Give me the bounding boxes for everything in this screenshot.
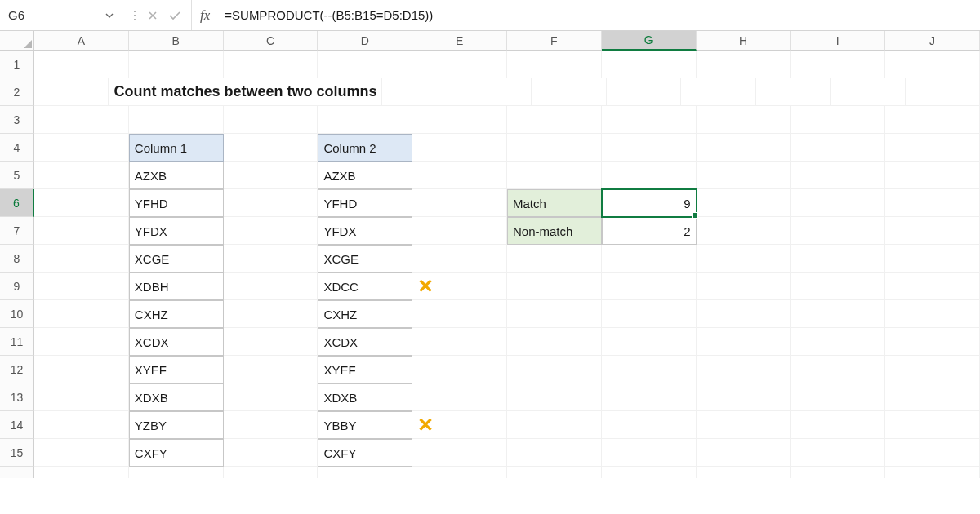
cell[interactable] [34,106,129,134]
cell[interactable] [885,51,980,78]
cell[interactable] [507,411,602,439]
cell[interactable] [791,245,885,273]
spreadsheet-grid[interactable]: A B C D E F G H I J 1 2 Count matches be… [0,31,980,478]
col-header-J[interactable]: J [885,31,980,51]
cell[interactable] [602,439,697,467]
table-cell[interactable]: YZBY [129,411,224,439]
cell[interactable] [885,328,980,356]
cell[interactable] [34,245,129,273]
cell[interactable] [318,51,412,78]
cell[interactable] [791,300,885,328]
cell[interactable] [885,162,980,189]
cell[interactable] [681,78,755,106]
table-cell[interactable]: XCGE [129,245,224,273]
cell[interactable] [791,356,885,383]
cell[interactable] [412,217,507,245]
cell[interactable] [129,106,224,134]
cell[interactable] [412,328,507,356]
cell[interactable] [697,245,791,273]
table-cell[interactable]: XCDX [318,328,412,356]
cell[interactable] [34,51,129,78]
cell[interactable] [602,467,697,478]
cell[interactable] [224,162,318,189]
table-cell[interactable]: YFHD [129,189,224,217]
confirm-icon[interactable] [168,10,181,21]
cell[interactable] [34,328,129,356]
cell[interactable] [224,106,318,134]
cell[interactable] [602,106,697,134]
table-cell[interactable]: AZXB [318,162,412,189]
cell[interactable] [34,217,129,245]
cell[interactable] [697,383,791,411]
cell[interactable] [457,78,532,106]
cell[interactable] [602,245,697,273]
cell[interactable] [34,78,109,106]
cell[interactable] [885,439,980,467]
col-header-B[interactable]: B [129,31,224,51]
cell[interactable] [224,411,318,439]
row-header[interactable]: 1 [0,51,34,78]
table-cell[interactable]: YBBY [318,411,412,439]
cell[interactable] [507,300,602,328]
cell[interactable] [129,51,224,78]
table-cell[interactable]: XCDX [129,328,224,356]
row-header[interactable]: 3 [0,106,34,134]
table-cell[interactable]: XYEF [318,356,412,383]
col-header-I[interactable]: I [791,31,885,51]
row-header[interactable]: 9 [0,273,34,300]
cell[interactable] [412,300,507,328]
table-cell[interactable]: XDBH [129,273,224,300]
table1-header[interactable]: Column 1 [129,134,224,162]
cell[interactable] [224,134,318,162]
cell[interactable] [412,189,507,217]
cell[interactable] [756,78,831,106]
cell[interactable] [697,134,791,162]
col-header-D[interactable]: D [318,31,412,51]
cell[interactable] [906,78,980,106]
cell[interactable] [697,106,791,134]
cell[interactable] [697,51,791,78]
table-cell[interactable]: XDCC [318,273,412,300]
cell[interactable] [34,189,129,217]
cell[interactable] [34,134,129,162]
col-header-A[interactable]: A [34,31,129,51]
row-header[interactable]: 13 [0,383,34,411]
fx-button[interactable]: fx [192,7,218,24]
cell[interactable] [224,51,318,78]
cell[interactable] [224,439,318,467]
cell[interactable] [885,383,980,411]
cell[interactable] [602,328,697,356]
cell[interactable] [34,411,129,439]
cell[interactable] [224,300,318,328]
cell[interactable] [697,217,791,245]
cell[interactable] [885,300,980,328]
match-label[interactable]: Match [507,189,602,217]
cell[interactable] [697,411,791,439]
cell[interactable] [507,356,602,383]
cell[interactable] [885,411,980,439]
match-value-cell[interactable]: 9 [602,189,697,217]
col-header-C[interactable]: C [224,31,318,51]
row-header[interactable]: 6 [0,189,34,217]
cell[interactable] [885,106,980,134]
cell[interactable] [791,217,885,245]
cell[interactable] [885,356,980,383]
cell[interactable] [412,134,507,162]
cell[interactable] [412,245,507,273]
page-title[interactable]: Count matches between two columns [109,78,382,106]
cell[interactable] [224,273,318,300]
cell[interactable] [412,106,507,134]
cell[interactable] [791,439,885,467]
cell[interactable] [791,51,885,78]
cell[interactable] [885,217,980,245]
cell[interactable] [791,162,885,189]
cell[interactable] [885,467,980,478]
cell[interactable] [697,328,791,356]
select-all-corner[interactable] [0,31,34,51]
cell[interactable] [507,383,602,411]
cell[interactable] [697,162,791,189]
cell[interactable] [507,162,602,189]
table-cell[interactable]: YFHD [318,189,412,217]
cell[interactable] [607,78,681,106]
table2-header[interactable]: Column 2 [318,134,412,162]
